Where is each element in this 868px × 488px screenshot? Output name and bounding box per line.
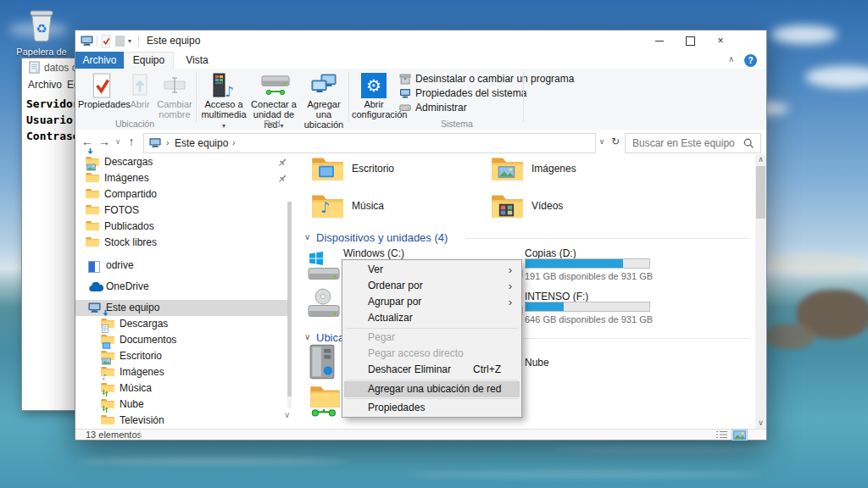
rock-decor: [765, 324, 815, 349]
scrollbar-thumb[interactable]: [756, 166, 765, 219]
dropdown-arrow-icon: ▾: [222, 122, 225, 130]
group-label-red: Red: [230, 119, 314, 129]
minimize-button[interactable]: [644, 30, 675, 52]
folder-tile-videos[interactable]: Vídeos: [491, 193, 665, 225]
search-icon[interactable]: [743, 137, 754, 152]
group-label-ubicacion: Ubicación: [92, 119, 177, 129]
sidebar-item-imagenes-quick[interactable]: Imágenes: [75, 170, 289, 186]
context-menu-item-agregar-ubicacion-red[interactable]: Agregar una ubicación de red: [344, 381, 520, 397]
drive-label-d[interactable]: Copias (D:): [525, 247, 576, 259]
sidebar-item-television[interactable]: Televisión: [75, 413, 289, 429]
scroll-down-icon[interactable]: ∨: [284, 410, 290, 419]
abrir-configuracion-button[interactable]: ⚙ Abrir configuración: [352, 70, 396, 123]
conectar-unidad-red-button[interactable]: Conectar a unidad de red ▾: [249, 70, 298, 123]
address-dropdown-icon[interactable]: ∨: [596, 133, 608, 150]
properties-check-icon: [89, 73, 114, 98]
details-view-button[interactable]: [715, 430, 730, 440]
tab-vista[interactable]: Vista: [173, 52, 221, 69]
help-button[interactable]: ?: [744, 54, 757, 67]
folder-tile-musica[interactable]: Música: [311, 193, 485, 225]
search-input[interactable]: [631, 135, 740, 152]
tab-equipo[interactable]: Equipo: [124, 52, 174, 69]
divider: [138, 36, 139, 47]
pin-icon: [277, 157, 287, 167]
network-folder-icon[interactable]: [308, 385, 340, 422]
submenu-arrow-icon: ›: [509, 278, 512, 294]
agregar-ubicacion-red-button[interactable]: Agregar una ubicación de red: [299, 70, 348, 123]
collapse-section-icon[interactable]: ∨: [304, 232, 310, 241]
acceso-multimedia-button[interactable]: Acceso a multimedia ▾: [199, 70, 248, 123]
scrollbar-thumb[interactable]: [287, 202, 292, 396]
explorer-titlebar[interactable]: ▾ Este equipo ×: [75, 30, 766, 52]
notepad-menu-archivo[interactable]: Archivo: [28, 79, 62, 91]
pin-icon: [277, 173, 287, 183]
context-menu-item-pegar: Pegar: [344, 330, 520, 346]
windows-drive-icon[interactable]: [308, 254, 340, 286]
scroll-up-icon[interactable]: ∧: [755, 154, 766, 165]
drive-label-f[interactable]: INTENSO (F:): [525, 291, 588, 302]
context-menu-item-actualizar[interactable]: Actualizar: [344, 310, 520, 326]
divider: [196, 71, 197, 122]
network-item-nube[interactable]: Nube: [525, 357, 549, 369]
desktop: Papelera de reciclaje datos con Archivo …: [0, 0, 868, 488]
status-bar: 13 elementos: [75, 429, 766, 440]
wave-decor: [76, 458, 348, 465]
propiedades-button[interactable]: Propiedades: [78, 70, 125, 123]
this-pc-icon: [149, 136, 162, 152]
scroll-down-icon[interactable]: ∨: [755, 418, 766, 429]
up-button[interactable]: ↑: [123, 133, 140, 150]
divider: [465, 238, 748, 239]
recent-locations-arrow-icon[interactable]: ∨: [113, 133, 123, 150]
sidebar-item-fotos[interactable]: FOTOS: [75, 202, 289, 219]
sidebar-item-descargas-quick[interactable]: Descargas: [75, 154, 289, 170]
forward-button[interactable]: →: [96, 133, 113, 150]
qat-newfolder-icon[interactable]: [115, 36, 125, 47]
close-button[interactable]: ×: [705, 30, 736, 52]
maximize-button[interactable]: [675, 30, 705, 52]
odrive-icon: [88, 261, 100, 273]
divider: [97, 36, 97, 47]
context-menu: Ver › Ordenar por › Agrupar por › Actual…: [342, 259, 522, 418]
menu-separator: [346, 380, 518, 380]
sidebar-item-onedrive[interactable]: OneDrive: [75, 279, 289, 295]
breadcrumb[interactable]: › Este equipo ›: [143, 133, 596, 153]
main-scrollbar[interactable]: ∧ ∨: [755, 154, 766, 429]
drive-label-c[interactable]: Windows (C:): [343, 247, 404, 259]
icons-view-button[interactable]: [732, 430, 747, 440]
cloud-decor: [771, 25, 837, 44]
qat-properties-icon[interactable]: [100, 35, 112, 50]
context-menu-item-agrupar-por[interactable]: Agrupar por ›: [344, 294, 520, 310]
group-label-sistema: Sistema: [415, 119, 499, 129]
context-menu-item-ver[interactable]: Ver ›: [344, 262, 520, 278]
dvd-drive-icon[interactable]: [308, 291, 340, 324]
refresh-icon[interactable]: ↻: [608, 133, 623, 150]
collapse-ribbon-icon[interactable]: ∧: [728, 54, 734, 64]
sidebar-item-stock-libres[interactable]: Stock libres: [75, 235, 289, 251]
sidebar-scrollbar[interactable]: [287, 202, 292, 408]
folder-tile-imagenes[interactable]: Imágenes: [491, 156, 665, 188]
search-box[interactable]: [625, 133, 761, 153]
folder-tile-escritorio[interactable]: Escritorio: [311, 156, 485, 188]
sidebar-item-odrive[interactable]: odrive: [75, 258, 289, 274]
address-bar: ← → ∨ ↑ › Este equipo › ∨ ↻: [75, 130, 766, 155]
breadcrumb-chevron-icon[interactable]: ›: [232, 137, 236, 147]
menu-separator: [346, 398, 518, 399]
item-count: 13 elementos: [86, 430, 142, 440]
recycle-bin-icon: [27, 35, 56, 47]
media-server-icon: [211, 73, 236, 98]
shortcut-label: Ctrl+Z: [473, 362, 501, 378]
divider: [348, 71, 349, 122]
context-menu-item-propiedades[interactable]: Propiedades: [344, 400, 520, 416]
sidebar-item-publicados[interactable]: Publicados: [75, 219, 289, 235]
section-header-devices[interactable]: ∨ Dispositivos y unidades (4): [299, 231, 755, 245]
qat-customize-arrow-icon[interactable]: ▾: [128, 37, 131, 45]
nas-device-icon[interactable]: [309, 344, 342, 381]
breadcrumb-location[interactable]: Este equipo: [175, 137, 228, 149]
sidebar-item-compartido[interactable]: Compartido: [75, 186, 289, 202]
drive-caption-f: 646 GB disponibles de 931 GB: [525, 314, 653, 324]
cloud-decor: [805, 66, 868, 88]
context-menu-item-ordenar-por[interactable]: Ordenar por ›: [344, 278, 520, 294]
context-menu-item-deshacer-eliminar[interactable]: Deshacer Eliminar Ctrl+Z: [344, 362, 520, 378]
collapse-section-icon[interactable]: ∨: [304, 332, 310, 341]
tab-archivo[interactable]: Archivo: [75, 52, 124, 69]
